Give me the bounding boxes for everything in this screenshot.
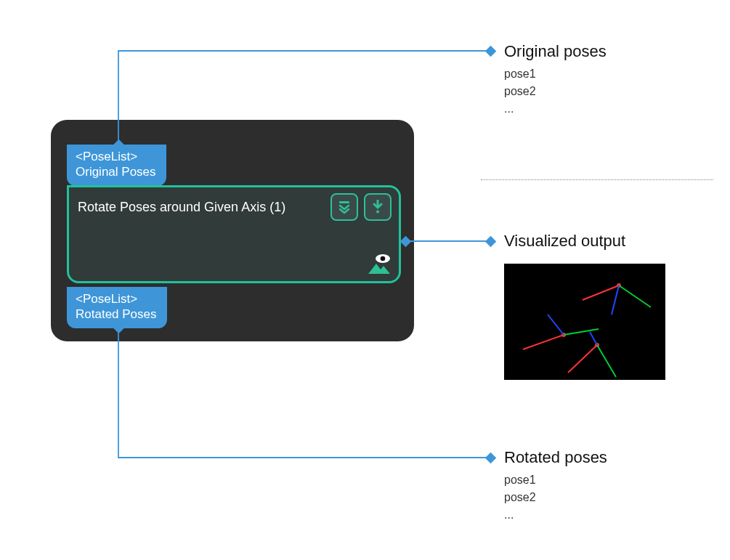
expand-down-button[interactable] bbox=[330, 193, 358, 221]
node-rotate-poses[interactable]: Rotate Poses around Given Axis (1) bbox=[67, 185, 401, 283]
svg-line-5 bbox=[619, 285, 651, 307]
eye-image-icon bbox=[367, 253, 392, 275]
annotation-item: pose2 bbox=[504, 489, 607, 506]
annotation-title: Rotated poses bbox=[504, 448, 607, 467]
node-title: Rotate Poses around Given Axis (1) bbox=[78, 200, 325, 215]
double-chevron-down-icon bbox=[337, 200, 352, 214]
node-header: Rotate Poses around Given Axis (1) bbox=[69, 187, 399, 221]
pose-axes-viz-icon bbox=[504, 264, 665, 380]
visualize-output-button[interactable] bbox=[367, 253, 392, 275]
output-port-type: <PoseList> bbox=[76, 291, 157, 307]
svg-point-3 bbox=[381, 256, 386, 261]
annotation-items: pose1 pose2 ... bbox=[504, 471, 607, 524]
diagram-canvas: <PoseList> Original Poses Rotate Poses a… bbox=[0, 0, 730, 560]
svg-line-9 bbox=[564, 329, 599, 335]
diamond-marker bbox=[485, 452, 497, 463]
output-port-tag[interactable]: <PoseList> Rotated Poses bbox=[67, 287, 167, 328]
svg-rect-0 bbox=[339, 201, 349, 203]
output-port-label: Rotated Poses bbox=[76, 307, 157, 322]
annotation-item: ... bbox=[504, 100, 607, 118]
svg-line-14 bbox=[568, 345, 597, 373]
svg-line-7 bbox=[612, 285, 619, 315]
execute-button[interactable] bbox=[364, 193, 392, 221]
svg-line-10 bbox=[523, 335, 564, 349]
annotation-title: Visualized output bbox=[504, 232, 625, 251]
annotation-item: pose1 bbox=[504, 471, 607, 489]
visualized-output-preview bbox=[504, 264, 665, 380]
svg-line-6 bbox=[583, 285, 619, 300]
annotation-rotated-poses: Rotated poses pose1 pose2 ... bbox=[504, 448, 607, 524]
diamond-marker bbox=[485, 235, 497, 247]
annotation-original-poses: Original poses pose1 pose2 ... bbox=[504, 42, 607, 118]
diamond-marker bbox=[485, 45, 497, 57]
input-port-label: Original Poses bbox=[76, 164, 156, 179]
section-divider bbox=[481, 179, 713, 180]
svg-line-13 bbox=[597, 345, 616, 377]
annotation-title: Original poses bbox=[504, 42, 607, 61]
input-port-tag[interactable]: <PoseList> Original Poses bbox=[67, 145, 166, 186]
annotation-item: pose2 bbox=[504, 83, 607, 100]
svg-line-15 bbox=[590, 332, 597, 345]
svg-line-11 bbox=[548, 315, 564, 335]
annotation-items: pose1 pose2 ... bbox=[504, 65, 607, 118]
annotation-visualized-output: Visualized output bbox=[504, 232, 625, 251]
input-port-type: <PoseList> bbox=[76, 149, 156, 164]
annotation-item: ... bbox=[504, 506, 607, 524]
annotation-item: pose1 bbox=[504, 65, 607, 83]
arrow-down-dot-icon bbox=[371, 200, 384, 214]
svg-point-1 bbox=[376, 211, 379, 214]
